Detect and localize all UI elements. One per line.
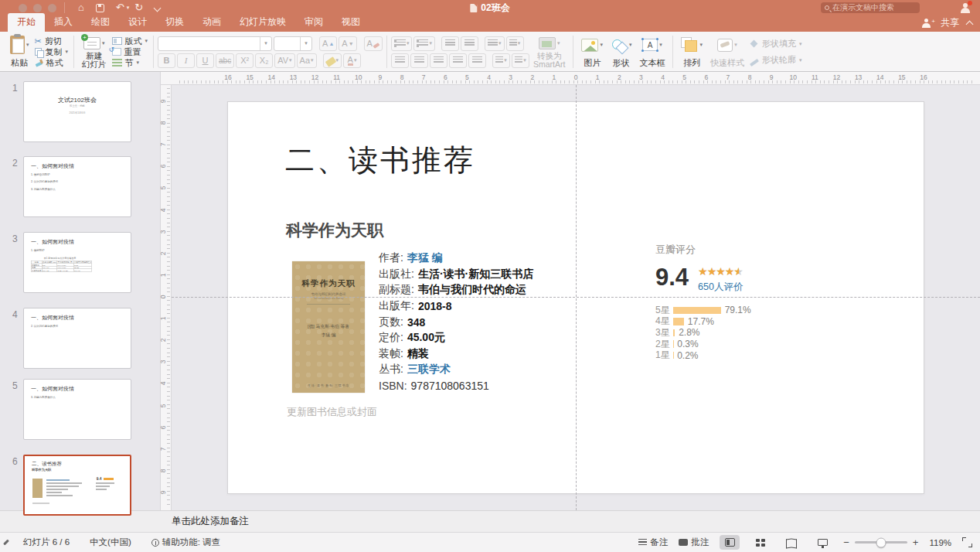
- case-dropdown-icon[interactable]: ▾: [311, 57, 314, 63]
- increase-indent-button[interactable]: [461, 36, 478, 51]
- shapes-dropdown-icon[interactable]: ▾: [629, 42, 632, 48]
- quick-styles-button[interactable]: ▾ 快速样式: [706, 34, 748, 70]
- justify-button[interactable]: [449, 53, 467, 68]
- book-title-heading[interactable]: 科学作为天职: [286, 220, 383, 241]
- picture-button[interactable]: ▾ 图片: [577, 34, 607, 70]
- shape-fill-dropdown-icon[interactable]: ▾: [799, 41, 802, 47]
- align-text-button[interactable]: ▾: [512, 53, 529, 68]
- paste-dropdown-icon[interactable]: ▾: [26, 42, 29, 48]
- picture-dropdown-icon[interactable]: ▾: [600, 42, 603, 48]
- fit-slide-to-window-button[interactable]: [962, 537, 972, 547]
- decrease-font-size-button[interactable]: A▼: [339, 36, 356, 51]
- zoom-in-button[interactable]: +: [913, 537, 919, 548]
- zoom-slider[interactable]: [855, 541, 907, 543]
- vertical-guide-line[interactable]: [576, 85, 577, 510]
- book-info-list[interactable]: 作者:李猛 编 出版社:生活·读书·新知三联书店 副标题:韦伯与我们时代的命运 …: [379, 250, 533, 394]
- align-center-button[interactable]: [410, 53, 428, 68]
- shape-fill-button[interactable]: 形状填充▾: [750, 39, 802, 49]
- thumbnail-slide-6-selected[interactable]: 二、读书推荐 科学作为天职 9.4: [23, 455, 131, 516]
- tab-review[interactable]: 审阅: [295, 13, 332, 32]
- numbering-button[interactable]: ▾: [413, 36, 435, 51]
- comments-toggle-button[interactable]: 批注: [679, 537, 709, 548]
- tab-home[interactable]: 开始: [8, 13, 45, 32]
- tab-view[interactable]: 视图: [332, 13, 369, 32]
- tab-transitions[interactable]: 切换: [156, 13, 193, 32]
- language-indicator[interactable]: 中文(中国): [90, 537, 131, 548]
- minimize-window-button[interactable]: [33, 4, 42, 12]
- bold-button[interactable]: B: [158, 53, 175, 68]
- update-book-info-link[interactable]: 更新图书信息或封面: [287, 405, 377, 419]
- arrange-dropdown-icon[interactable]: ▾: [699, 42, 703, 48]
- character-spacing-button[interactable]: AV▾: [274, 53, 294, 68]
- notes-placeholder[interactable]: 单击此处添加备注: [172, 515, 249, 528]
- collapse-ribbon-chevron-icon[interactable]: [966, 20, 974, 28]
- font-color-button[interactable]: A▾: [343, 53, 361, 68]
- bullets-dropdown-icon[interactable]: ▾: [407, 40, 410, 46]
- tab-insert[interactable]: 插入: [45, 13, 82, 32]
- thumbnail-slide-1[interactable]: 文试2102班会 班主任：杨帆 2021年1月6日: [23, 81, 131, 142]
- horizontal-guide-line[interactable]: [172, 297, 980, 298]
- author-link[interactable]: 李猛 编: [407, 251, 443, 265]
- douban-rating-block[interactable]: 豆瓣评分 9.4 ★★★★★ ★★★★★ 650人评价: [655, 243, 887, 257]
- search-input[interactable]: 在演示文稿中搜索: [821, 2, 920, 13]
- save-icon[interactable]: [96, 4, 104, 12]
- customize-toolbar-chevron-icon[interactable]: [154, 4, 162, 12]
- align-right-button[interactable]: [430, 53, 447, 68]
- thumbnail-slide-2[interactable]: 一、如何面对疫情 1. 做好自我防护 2. 认识我们身边的疫情 3. 我能为防疫…: [23, 156, 131, 217]
- thumbnail-slide-5[interactable]: 一、如何面对疫情 3. 我能为防疫做什么: [23, 379, 131, 440]
- quick-styles-dropdown-icon[interactable]: ▾: [734, 42, 737, 48]
- zoom-level[interactable]: 119%: [929, 538, 951, 547]
- zoom-slider-knob[interactable]: [876, 537, 886, 547]
- zoom-out-button[interactable]: −: [843, 537, 849, 548]
- smartart-dropdown-icon[interactable]: ▾: [557, 40, 560, 46]
- align-text-dropdown-icon[interactable]: ▾: [523, 57, 526, 63]
- paste-button[interactable]: ▾ 粘贴: [6, 34, 33, 70]
- reset-button[interactable]: 重置: [112, 46, 148, 57]
- new-slide-dropdown-icon[interactable]: ▾: [102, 40, 105, 46]
- section-button[interactable]: 节▾: [112, 57, 148, 68]
- textbox-dropdown-icon[interactable]: ▾: [659, 42, 662, 48]
- ratings-count-link[interactable]: 650人评价: [698, 281, 743, 294]
- subscript-button[interactable]: X₂: [255, 53, 273, 68]
- textbox-button[interactable]: A▾ 文本框: [635, 34, 669, 70]
- highlight-color-button[interactable]: ▾: [323, 53, 342, 68]
- tab-draw[interactable]: 绘图: [82, 13, 119, 32]
- text-direction-dropdown-icon[interactable]: ▾: [504, 57, 507, 63]
- columns-dropdown-icon[interactable]: ▾: [518, 40, 521, 46]
- italic-button[interactable]: I: [177, 53, 195, 68]
- align-left-button[interactable]: [391, 53, 409, 68]
- copy-dropdown-icon[interactable]: ▾: [66, 49, 69, 55]
- normal-view-button[interactable]: [720, 535, 740, 550]
- strikethrough-button[interactable]: abc: [216, 53, 234, 68]
- share-button[interactable]: 共享: [941, 16, 959, 29]
- book-cover-image[interactable]: 科学作为天职 韦伯与我们时代的命运 Wissenschaft als Beruf…: [292, 261, 365, 393]
- layout-dropdown-icon[interactable]: ▾: [145, 38, 148, 44]
- account-icon[interactable]: [960, 2, 971, 13]
- undo-dropdown-icon[interactable]: ▾: [127, 5, 130, 11]
- font-size-dropdown-icon[interactable]: ▾: [300, 37, 311, 50]
- tab-animations[interactable]: 动画: [193, 13, 230, 32]
- thumbnail-slide-3[interactable]: 一、如何面对疫情 1. 做好防护 表1 新冠和常见传染病传播速度 疾病 基本传染…: [23, 232, 131, 293]
- shapes-button[interactable]: ▾ 形状: [607, 34, 636, 70]
- shape-outline-dropdown-icon[interactable]: ▾: [799, 57, 802, 63]
- slide-title[interactable]: 二、读书推荐: [285, 141, 475, 180]
- arrange-button[interactable]: ▾ 排列: [677, 34, 706, 70]
- text-direction-button[interactable]: ▾: [492, 53, 510, 68]
- line-spacing-button[interactable]: ▾: [485, 36, 505, 51]
- increase-font-size-button[interactable]: A▲: [319, 36, 337, 51]
- thumbnail-slide-4[interactable]: 一、如何面对疫情 2. 认识我们身边的疫情: [23, 308, 131, 369]
- notes-pane[interactable]: 单击此处添加备注: [0, 510, 980, 532]
- cut-button[interactable]: ✂剪切: [35, 36, 69, 46]
- convert-smartart-button[interactable]: ▾ 转换为SmartArt: [529, 34, 569, 70]
- format-painter-button[interactable]: 格式: [35, 57, 69, 68]
- series-link[interactable]: 三联学术: [407, 363, 451, 377]
- bullets-button[interactable]: ▾: [391, 36, 413, 51]
- tab-design[interactable]: 设计: [119, 13, 156, 32]
- decrease-indent-button[interactable]: [441, 36, 459, 51]
- layout-button[interactable]: 版式▾: [112, 36, 148, 46]
- new-slide-button[interactable]: +▾ 新建幻灯片: [78, 34, 111, 70]
- font-name-combobox[interactable]: ▾: [158, 36, 272, 51]
- spacing-dropdown-icon[interactable]: ▾: [289, 57, 292, 63]
- notes-toggle-button[interactable]: 备注: [638, 537, 668, 548]
- reading-view-button[interactable]: [781, 535, 801, 550]
